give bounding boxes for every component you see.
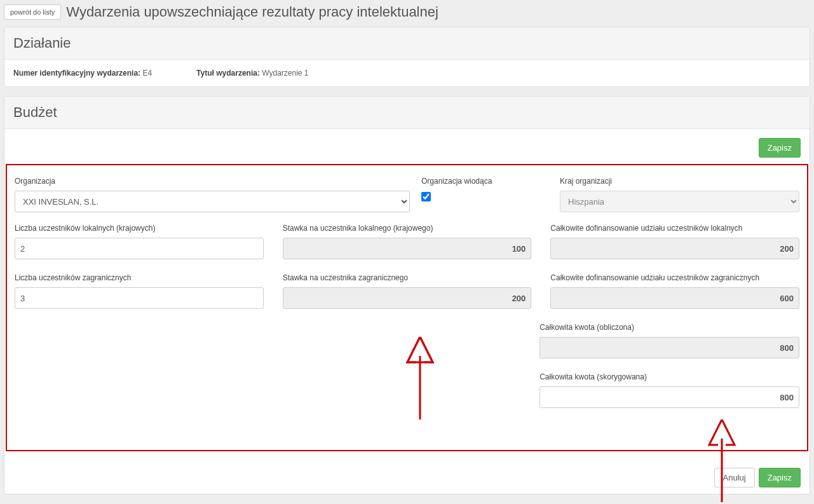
total-adjusted-label: Całkowita kwota (skorygowana) [539,372,799,381]
save-button-bottom[interactable]: Zapisz [759,468,801,487]
event-title-label: Tytuł wydarzenia: [196,69,260,78]
save-button-top[interactable]: Zapisz [759,138,801,158]
foreign-rate-input [283,287,532,309]
foreign-rate-label: Stawka na uczestnika zagranicznego [283,273,532,282]
total-calculated-input [539,337,799,358]
total-adjusted-input[interactable] [539,386,799,408]
back-to-list-button[interactable]: powrót do listy [4,4,61,20]
action-panel: Działanie Numer identyfikacyjny wydarzen… [4,27,810,87]
annotation-arrow-icon [401,337,439,419]
local-total-input [550,238,799,259]
event-title-value: Wydarzenie 1 [262,69,308,78]
action-panel-heading: Działanie [4,27,810,60]
local-count-label: Liczba uczestników lokalnych (krajowych) [15,224,264,233]
leading-org-checkbox[interactable] [421,192,431,201]
budget-form-area: Organizacja XXI INVESLAN, S.L. Organizac… [6,164,808,451]
foreign-count-input[interactable] [15,287,264,309]
leading-org-label: Organizacja wiodąca [421,177,548,186]
local-rate-label: Stawka na uczestnika lokalnego (krajoweg… [283,224,532,233]
foreign-total-label: Całkowite dofinansowanie udziału uczestn… [550,273,799,282]
cancel-button[interactable]: Anuluj [714,468,755,487]
budget-panel: Budżet Zapisz Organizacja XXI INVESLAN, … [4,96,810,494]
org-country-label: Kraj organizacji [560,177,799,186]
foreign-total-input [550,287,799,309]
budget-panel-heading: Budżet [4,97,810,129]
event-id-label: Numer identyfikacyjny wydarzenia: [13,69,140,78]
local-total-label: Całkowite dofinansowanie udziału uczestn… [550,224,799,233]
local-rate-input [283,238,532,259]
organization-select[interactable]: XXI INVESLAN, S.L. [15,191,410,212]
foreign-count-label: Liczba uczestników zagranicznych [15,273,264,282]
total-calculated-label: Całkowita kwota (obliczona) [539,323,799,332]
local-count-input[interactable] [15,238,264,259]
event-id-value: E4 [142,69,152,78]
page-title: Wydarzenia upowszechniające rezultaty pr… [66,4,438,20]
svg-marker-0 [407,337,433,362]
organization-label: Organizacja [15,177,410,186]
org-country-select: Hiszpania [560,191,799,212]
